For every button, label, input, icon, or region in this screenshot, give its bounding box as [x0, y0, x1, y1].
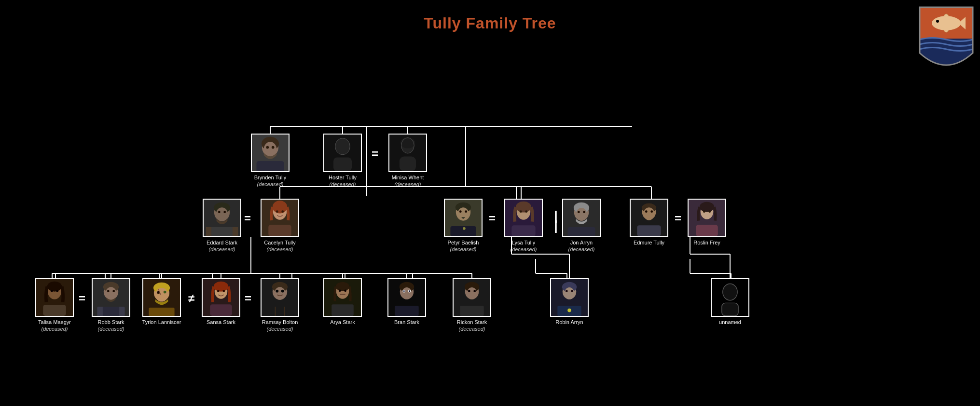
person-brynden-name: Brynden Tully (deceased) — [254, 174, 287, 188]
portrait-robin — [550, 278, 589, 317]
svg-rect-106 — [103, 307, 119, 317]
svg-point-95 — [47, 282, 62, 292]
person-talisa: Talisa Maegyr (deceased) — [33, 278, 76, 333]
svg-point-77 — [578, 211, 580, 213]
svg-point-117 — [217, 290, 220, 292]
svg-point-96 — [51, 290, 53, 292]
svg-rect-98 — [43, 305, 66, 316]
svg-point-91 — [708, 210, 711, 213]
person-rickon-name: Rickon Stark (deceased) — [457, 319, 487, 333]
svg-point-130 — [339, 289, 341, 292]
svg-point-102 — [106, 287, 117, 300]
svg-point-76 — [576, 208, 587, 221]
person-robb-name: Robb Stark (deceased) — [97, 319, 124, 333]
portrait-ramsay — [261, 278, 299, 317]
person-catelyn: Cacelyn Tully (deceased) — [258, 199, 302, 253]
person-bran: Bran Stark — [385, 278, 428, 325]
portrait-lysa — [504, 199, 543, 237]
svg-rect-160 — [722, 303, 738, 316]
svg-point-104 — [112, 290, 115, 292]
svg-rect-37 — [333, 158, 352, 172]
person-sansa: Sansa Stark — [199, 278, 243, 325]
svg-point-154 — [571, 290, 573, 292]
person-bran-name: Bran Stark — [394, 319, 419, 325]
svg-point-49 — [223, 211, 226, 213]
person-robin-name: Robin Arryn — [555, 319, 583, 325]
svg-point-112 — [164, 291, 166, 294]
svg-point-90 — [703, 210, 705, 213]
person-arya-name: Arya Stark — [330, 319, 355, 325]
svg-point-47 — [216, 207, 228, 221]
svg-point-103 — [107, 290, 110, 292]
svg-rect-126 — [266, 307, 294, 317]
edmure-roslin-married: = — [675, 212, 681, 225]
svg-point-1 — [936, 20, 939, 23]
svg-point-97 — [56, 290, 58, 292]
tyrion-sansa-divorced: ≠ — [188, 292, 194, 305]
svg-rect-86 — [637, 225, 661, 236]
svg-point-71 — [525, 210, 527, 213]
portrait-rickon — [453, 278, 491, 317]
portrait-robb — [92, 278, 130, 317]
svg-point-55 — [273, 201, 287, 214]
svg-point-147 — [473, 290, 476, 292]
person-jon-arryn-name: Jon Arryn (deceased) — [568, 239, 594, 253]
svg-point-84 — [645, 210, 648, 213]
svg-point-0 — [932, 16, 961, 30]
svg-rect-119 — [210, 304, 232, 316]
portrait-hoster — [323, 134, 362, 172]
svg-rect-52 — [233, 227, 238, 237]
person-lysa: Lysa Tully (deceased) — [502, 199, 545, 253]
svg-point-57 — [281, 210, 284, 213]
person-ramsay-name: Ramsay Bolton (deceased) — [262, 319, 298, 333]
sansa-ramsay-married: = — [245, 292, 251, 305]
svg-point-124 — [276, 290, 278, 293]
svg-point-69 — [516, 202, 531, 213]
person-roslin-name: Roslin Frey — [693, 239, 720, 246]
person-minisa-name: Minisa Whent (deceased) — [392, 174, 424, 188]
person-hoster: Hoster Tully (deceased) — [321, 134, 364, 188]
svg-point-123 — [275, 287, 286, 300]
svg-point-146 — [468, 290, 470, 292]
svg-rect-50 — [207, 227, 237, 237]
person-tyrion: Tyrion Lanniscer — [140, 278, 183, 325]
svg-point-31 — [264, 142, 277, 156]
portrait-jon-arryn — [562, 199, 601, 237]
svg-point-48 — [218, 211, 221, 213]
svg-point-116 — [214, 282, 228, 292]
person-ramsay: Ramsay Bolton (deceased) — [258, 278, 302, 333]
svg-point-32 — [266, 146, 269, 149]
person-unnamed-name: unnamed — [719, 319, 741, 325]
person-eddard-name: Eddard Stark (deceased) — [207, 239, 237, 253]
svg-point-153 — [566, 290, 568, 292]
svg-rect-34 — [257, 161, 284, 172]
portrait-unnamed — [711, 278, 749, 317]
person-eddard: Eddard Stark (deceased) — [200, 199, 244, 253]
portrait-tyrion — [142, 278, 181, 317]
portrait-arya — [323, 278, 362, 317]
svg-point-63 — [459, 210, 462, 213]
svg-point-145 — [467, 287, 477, 299]
person-roslin: Roslin Frey — [685, 199, 729, 246]
svg-rect-72 — [511, 225, 535, 236]
person-petyr: Petyr Baelish (deceased) — [442, 199, 485, 253]
svg-rect-148 — [460, 306, 483, 316]
svg-point-41 — [400, 137, 415, 149]
hoster-minisa-married: = — [372, 147, 378, 161]
svg-point-78 — [583, 211, 585, 213]
portrait-talisa — [35, 278, 74, 317]
person-brynden: Brynden Tully (deceased) — [248, 134, 292, 188]
person-catelyn-name: Cacelyn Tully (deceased) — [264, 239, 295, 253]
svg-point-139 — [403, 290, 405, 292]
person-hoster-name: Hoster Tully (deceased) — [329, 174, 357, 188]
portrait-petyr — [444, 199, 483, 237]
svg-rect-132 — [331, 304, 354, 316]
eddard-catelyn-married: = — [244, 212, 251, 225]
svg-point-152 — [565, 287, 575, 299]
portrait-edmure — [630, 199, 668, 237]
svg-point-85 — [650, 210, 653, 213]
svg-point-110 — [155, 288, 168, 302]
svg-point-83 — [644, 207, 655, 220]
person-unnamed: unnamed — [708, 278, 752, 325]
person-sansa-name: Sansa Stark — [207, 319, 235, 325]
